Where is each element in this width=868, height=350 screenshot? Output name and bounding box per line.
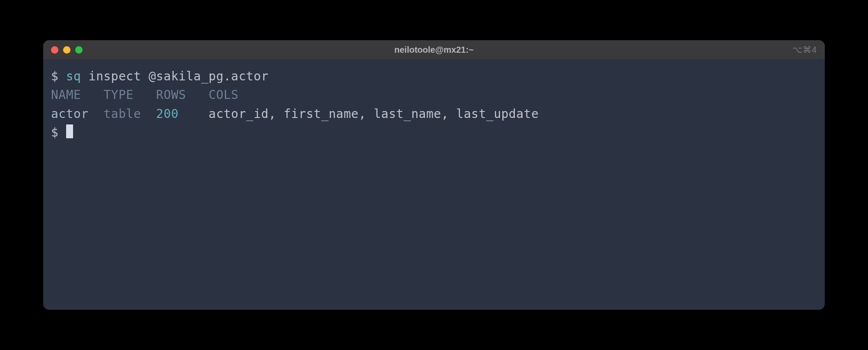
prompt-symbol: $ (51, 125, 58, 140)
titlebar: neilotoole@mx21:~ ⌥⌘4 (43, 40, 825, 59)
shortcut-hint: ⌥⌘4 (792, 45, 817, 55)
window-title: neilotoole@mx21:~ (394, 45, 473, 55)
value-rows: 200 (156, 107, 179, 121)
terminal-window: neilotoole@mx21:~ ⌥⌘4 $ sq inspect @saki… (43, 40, 825, 310)
header-name: NAME (51, 88, 81, 102)
traffic-lights (51, 46, 83, 54)
terminal-body[interactable]: $ sq inspect @sakila_pg.actor NAME TYPE … (43, 59, 825, 150)
command-executable: sq (66, 69, 81, 83)
header-rows: ROWS (156, 88, 186, 102)
close-button[interactable] (51, 46, 58, 54)
value-cols: actor_id, first_name, last_name, last_up… (209, 107, 539, 121)
maximize-button[interactable] (75, 46, 83, 54)
command-subcommand: inspect (89, 69, 141, 83)
cursor (66, 124, 73, 138)
header-type: TYPE (104, 88, 134, 102)
minimize-button[interactable] (63, 46, 70, 54)
command-argument: @sakila_pg.actor (149, 69, 269, 83)
header-cols: COLS (209, 88, 239, 102)
value-name: actor (51, 107, 89, 121)
value-type: table (104, 107, 141, 121)
prompt-symbol: $ (51, 69, 58, 83)
